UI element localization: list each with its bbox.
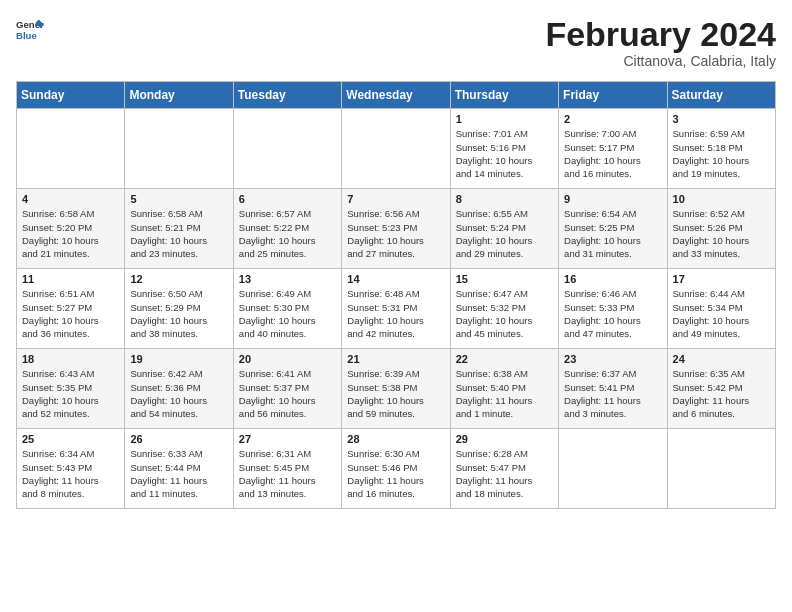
day-number: 2 <box>564 113 661 125</box>
calendar-cell <box>233 109 341 189</box>
day-number: 13 <box>239 273 336 285</box>
column-header-monday: Monday <box>125 82 233 109</box>
calendar-cell: 13Sunrise: 6:49 AM Sunset: 5:30 PM Dayli… <box>233 269 341 349</box>
calendar-row: 18Sunrise: 6:43 AM Sunset: 5:35 PM Dayli… <box>17 349 776 429</box>
day-info: Sunrise: 6:58 AM Sunset: 5:20 PM Dayligh… <box>22 207 119 260</box>
column-header-sunday: Sunday <box>17 82 125 109</box>
calendar-cell: 24Sunrise: 6:35 AM Sunset: 5:42 PM Dayli… <box>667 349 775 429</box>
day-info: Sunrise: 6:50 AM Sunset: 5:29 PM Dayligh… <box>130 287 227 340</box>
column-header-wednesday: Wednesday <box>342 82 450 109</box>
day-number: 28 <box>347 433 444 445</box>
day-number: 5 <box>130 193 227 205</box>
day-info: Sunrise: 6:35 AM Sunset: 5:42 PM Dayligh… <box>673 367 770 420</box>
day-info: Sunrise: 6:28 AM Sunset: 5:47 PM Dayligh… <box>456 447 553 500</box>
calendar-cell: 17Sunrise: 6:44 AM Sunset: 5:34 PM Dayli… <box>667 269 775 349</box>
calendar-cell <box>342 109 450 189</box>
calendar-row: 25Sunrise: 6:34 AM Sunset: 5:43 PM Dayli… <box>17 429 776 509</box>
day-info: Sunrise: 6:48 AM Sunset: 5:31 PM Dayligh… <box>347 287 444 340</box>
page-header: General Blue February 2024 Cittanova, Ca… <box>16 16 776 69</box>
day-number: 15 <box>456 273 553 285</box>
subtitle: Cittanova, Calabria, Italy <box>545 53 776 69</box>
calendar-cell: 25Sunrise: 6:34 AM Sunset: 5:43 PM Dayli… <box>17 429 125 509</box>
calendar-cell: 7Sunrise: 6:56 AM Sunset: 5:23 PM Daylig… <box>342 189 450 269</box>
calendar-cell: 12Sunrise: 6:50 AM Sunset: 5:29 PM Dayli… <box>125 269 233 349</box>
calendar-cell: 16Sunrise: 6:46 AM Sunset: 5:33 PM Dayli… <box>559 269 667 349</box>
calendar-cell: 14Sunrise: 6:48 AM Sunset: 5:31 PM Dayli… <box>342 269 450 349</box>
day-info: Sunrise: 7:00 AM Sunset: 5:17 PM Dayligh… <box>564 127 661 180</box>
day-info: Sunrise: 6:52 AM Sunset: 5:26 PM Dayligh… <box>673 207 770 260</box>
calendar-cell: 2Sunrise: 7:00 AM Sunset: 5:17 PM Daylig… <box>559 109 667 189</box>
day-info: Sunrise: 6:34 AM Sunset: 5:43 PM Dayligh… <box>22 447 119 500</box>
day-number: 7 <box>347 193 444 205</box>
day-info: Sunrise: 6:39 AM Sunset: 5:38 PM Dayligh… <box>347 367 444 420</box>
day-number: 21 <box>347 353 444 365</box>
calendar-cell: 22Sunrise: 6:38 AM Sunset: 5:40 PM Dayli… <box>450 349 558 429</box>
calendar-body: 1Sunrise: 7:01 AM Sunset: 5:16 PM Daylig… <box>17 109 776 509</box>
calendar-header: SundayMondayTuesdayWednesdayThursdayFrid… <box>17 82 776 109</box>
calendar-cell: 6Sunrise: 6:57 AM Sunset: 5:22 PM Daylig… <box>233 189 341 269</box>
day-info: Sunrise: 6:54 AM Sunset: 5:25 PM Dayligh… <box>564 207 661 260</box>
day-number: 1 <box>456 113 553 125</box>
calendar-cell: 8Sunrise: 6:55 AM Sunset: 5:24 PM Daylig… <box>450 189 558 269</box>
day-info: Sunrise: 6:44 AM Sunset: 5:34 PM Dayligh… <box>673 287 770 340</box>
column-header-thursday: Thursday <box>450 82 558 109</box>
day-info: Sunrise: 6:30 AM Sunset: 5:46 PM Dayligh… <box>347 447 444 500</box>
column-header-friday: Friday <box>559 82 667 109</box>
calendar-cell: 29Sunrise: 6:28 AM Sunset: 5:47 PM Dayli… <box>450 429 558 509</box>
day-info: Sunrise: 6:38 AM Sunset: 5:40 PM Dayligh… <box>456 367 553 420</box>
day-number: 29 <box>456 433 553 445</box>
main-title: February 2024 <box>545 16 776 53</box>
day-info: Sunrise: 6:41 AM Sunset: 5:37 PM Dayligh… <box>239 367 336 420</box>
calendar-cell: 27Sunrise: 6:31 AM Sunset: 5:45 PM Dayli… <box>233 429 341 509</box>
day-number: 6 <box>239 193 336 205</box>
day-info: Sunrise: 6:43 AM Sunset: 5:35 PM Dayligh… <box>22 367 119 420</box>
day-info: Sunrise: 6:59 AM Sunset: 5:18 PM Dayligh… <box>673 127 770 180</box>
day-number: 27 <box>239 433 336 445</box>
calendar-row: 1Sunrise: 7:01 AM Sunset: 5:16 PM Daylig… <box>17 109 776 189</box>
day-number: 26 <box>130 433 227 445</box>
day-number: 14 <box>347 273 444 285</box>
day-number: 4 <box>22 193 119 205</box>
day-info: Sunrise: 6:33 AM Sunset: 5:44 PM Dayligh… <box>130 447 227 500</box>
calendar-cell: 28Sunrise: 6:30 AM Sunset: 5:46 PM Dayli… <box>342 429 450 509</box>
logo-icon: General Blue <box>16 16 44 44</box>
day-info: Sunrise: 6:51 AM Sunset: 5:27 PM Dayligh… <box>22 287 119 340</box>
calendar-cell: 19Sunrise: 6:42 AM Sunset: 5:36 PM Dayli… <box>125 349 233 429</box>
calendar-row: 4Sunrise: 6:58 AM Sunset: 5:20 PM Daylig… <box>17 189 776 269</box>
calendar-cell: 20Sunrise: 6:41 AM Sunset: 5:37 PM Dayli… <box>233 349 341 429</box>
day-info: Sunrise: 6:47 AM Sunset: 5:32 PM Dayligh… <box>456 287 553 340</box>
logo: General Blue <box>16 16 44 44</box>
day-info: Sunrise: 6:49 AM Sunset: 5:30 PM Dayligh… <box>239 287 336 340</box>
day-info: Sunrise: 6:42 AM Sunset: 5:36 PM Dayligh… <box>130 367 227 420</box>
day-number: 3 <box>673 113 770 125</box>
svg-text:Blue: Blue <box>16 30 37 41</box>
calendar-cell: 23Sunrise: 6:37 AM Sunset: 5:41 PM Dayli… <box>559 349 667 429</box>
day-info: Sunrise: 6:55 AM Sunset: 5:24 PM Dayligh… <box>456 207 553 260</box>
day-info: Sunrise: 6:46 AM Sunset: 5:33 PM Dayligh… <box>564 287 661 340</box>
calendar-row: 11Sunrise: 6:51 AM Sunset: 5:27 PM Dayli… <box>17 269 776 349</box>
calendar-cell: 3Sunrise: 6:59 AM Sunset: 5:18 PM Daylig… <box>667 109 775 189</box>
day-info: Sunrise: 7:01 AM Sunset: 5:16 PM Dayligh… <box>456 127 553 180</box>
calendar-cell: 10Sunrise: 6:52 AM Sunset: 5:26 PM Dayli… <box>667 189 775 269</box>
calendar-cell: 1Sunrise: 7:01 AM Sunset: 5:16 PM Daylig… <box>450 109 558 189</box>
calendar-cell <box>125 109 233 189</box>
column-header-saturday: Saturday <box>667 82 775 109</box>
day-number: 20 <box>239 353 336 365</box>
calendar-cell <box>559 429 667 509</box>
calendar-cell: 15Sunrise: 6:47 AM Sunset: 5:32 PM Dayli… <box>450 269 558 349</box>
day-number: 8 <box>456 193 553 205</box>
calendar-table: SundayMondayTuesdayWednesdayThursdayFrid… <box>16 81 776 509</box>
day-number: 25 <box>22 433 119 445</box>
day-number: 12 <box>130 273 227 285</box>
title-area: February 2024 Cittanova, Calabria, Italy <box>545 16 776 69</box>
day-number: 22 <box>456 353 553 365</box>
calendar-cell: 5Sunrise: 6:58 AM Sunset: 5:21 PM Daylig… <box>125 189 233 269</box>
day-number: 24 <box>673 353 770 365</box>
calendar-cell <box>17 109 125 189</box>
column-header-tuesday: Tuesday <box>233 82 341 109</box>
day-info: Sunrise: 6:31 AM Sunset: 5:45 PM Dayligh… <box>239 447 336 500</box>
calendar-cell: 26Sunrise: 6:33 AM Sunset: 5:44 PM Dayli… <box>125 429 233 509</box>
calendar-cell: 11Sunrise: 6:51 AM Sunset: 5:27 PM Dayli… <box>17 269 125 349</box>
day-number: 23 <box>564 353 661 365</box>
day-info: Sunrise: 6:57 AM Sunset: 5:22 PM Dayligh… <box>239 207 336 260</box>
